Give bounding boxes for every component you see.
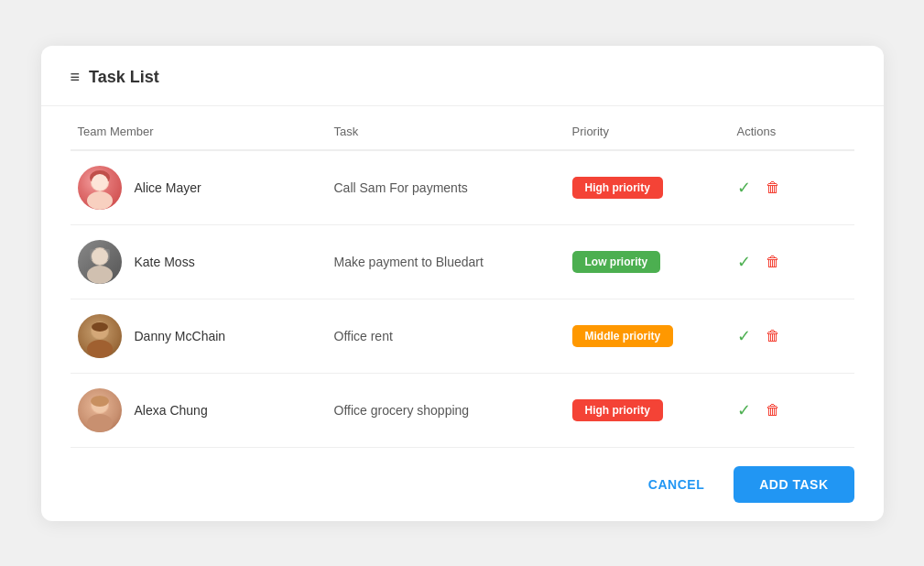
svg-point-7 xyxy=(92,248,108,265)
card-header: ≡ Task List xyxy=(41,46,884,106)
svg-point-11 xyxy=(92,322,108,332)
member-cell: Alexa Chung xyxy=(78,388,334,432)
member-name: Alexa Chung xyxy=(135,403,208,418)
table-row: Alexa Chung Office grocery shopping High… xyxy=(71,374,854,448)
add-task-button[interactable]: ADD TASK xyxy=(734,466,853,503)
member-name: Alice Mayer xyxy=(135,180,201,195)
priority-badge-middle: Middle priority xyxy=(572,325,674,347)
actions-cell: ✓ 🗑 xyxy=(737,178,847,198)
priority-badge-high: High priority xyxy=(572,177,663,199)
delete-button[interactable]: 🗑 xyxy=(766,254,780,270)
priority-cell: Low priority xyxy=(572,251,737,273)
member-cell: Alice Mayer xyxy=(78,166,334,210)
delete-button[interactable]: 🗑 xyxy=(766,180,780,196)
col-priority: Priority xyxy=(572,125,737,138)
table-header: Team Member Task Priority Actions xyxy=(71,125,854,151)
col-task: Task xyxy=(334,125,572,138)
priority-cell: High priority xyxy=(572,177,737,199)
svg-point-5 xyxy=(87,266,113,284)
task-text: Call Sam For payments xyxy=(334,180,572,195)
member-name: Kate Moss xyxy=(135,255,195,269)
actions-cell: ✓ 🗑 xyxy=(737,252,847,272)
table-row: Alice Mayer Call Sam For payments High p… xyxy=(71,151,854,225)
member-cell: Danny McChain xyxy=(78,314,334,358)
delete-button[interactable]: 🗑 xyxy=(766,402,780,419)
cancel-button[interactable]: CANCEL xyxy=(630,468,723,501)
priority-cell: Middle priority xyxy=(572,325,737,347)
actions-cell: ✓ 🗑 xyxy=(737,400,847,420)
actions-cell: ✓ 🗑 xyxy=(737,326,847,346)
check-button[interactable]: ✓ xyxy=(737,252,751,272)
priority-badge-high: High priority xyxy=(572,399,663,421)
table-container: Team Member Task Priority Actions Alice … xyxy=(41,106,884,448)
member-name: Danny McChain xyxy=(135,329,226,343)
task-text: Make payment to Bluedart xyxy=(334,255,572,269)
check-button[interactable]: ✓ xyxy=(737,326,751,346)
svg-point-9 xyxy=(87,340,113,358)
card-title: Task List xyxy=(89,68,159,87)
table-row: Danny McChain Office rent Middle priorit… xyxy=(71,299,854,374)
svg-point-3 xyxy=(92,174,108,190)
avatar xyxy=(78,314,122,358)
delete-button[interactable]: 🗑 xyxy=(766,328,780,344)
col-team-member: Team Member xyxy=(78,125,334,138)
task-text: Office grocery shopping xyxy=(334,403,572,418)
avatar xyxy=(78,240,122,284)
member-cell: Kate Moss xyxy=(78,240,334,284)
task-text: Office rent xyxy=(334,329,572,343)
svg-point-15 xyxy=(91,396,109,407)
priority-badge-low: Low priority xyxy=(572,251,661,273)
priority-cell: High priority xyxy=(572,399,737,421)
check-button[interactable]: ✓ xyxy=(737,400,751,420)
svg-point-1 xyxy=(87,191,113,210)
avatar xyxy=(78,166,122,210)
check-button[interactable]: ✓ xyxy=(737,178,751,198)
svg-point-13 xyxy=(87,414,113,432)
avatar xyxy=(78,388,122,432)
tasklist-icon: ≡ xyxy=(71,68,81,87)
card-footer: CANCEL ADD TASK xyxy=(41,448,884,521)
col-actions: Actions xyxy=(737,125,847,138)
task-list-card: ≡ Task List Team Member Task Priority Ac… xyxy=(41,46,884,521)
table-row: Kate Moss Make payment to Bluedart Low p… xyxy=(71,225,854,299)
